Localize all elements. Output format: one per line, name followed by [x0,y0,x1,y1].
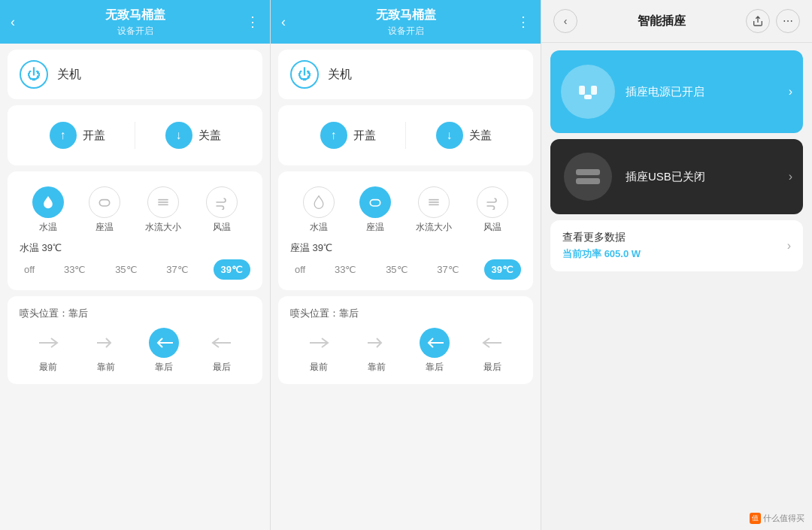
svg-rect-18 [584,95,592,99]
panel1-mode-wind[interactable]: 风温 [206,186,238,234]
panel1-menu-icon[interactable]: ⋮ [246,14,259,30]
panel3-data-value: 当前功率 605.0 W [562,247,641,261]
outlet-icon-circle [561,65,615,119]
panel1-nozzle-back-icon [149,328,179,358]
panel2-header: ‹ 无致马桶盖 设备开启 ⋮ [271,0,541,44]
panel2-wind-label: 风温 [483,221,501,234]
panel3-title: 智能插座 [577,14,746,29]
panel2-temp-section-label: 座温 39℃ [290,241,521,255]
panel1-seat-icon [89,186,120,218]
panel1-power-label: 关机 [57,67,81,83]
panel-3: ‹ 智能插座 ⋯ [541,0,812,530]
panel1-nozzle-back-most[interactable]: 最后 [207,328,237,374]
panel2-flow-icon [418,186,450,218]
panel2-lid-open-btn[interactable]: ↑ 开盖 [290,116,405,155]
panel1-nozzle-back-label: 靠后 [155,361,173,374]
panel1-nozzle-back[interactable]: 靠后 [149,328,179,374]
panel3-power-card[interactable]: 插座电源已开启 › [550,50,803,133]
panel1-lid-card: ↑ 开盖 ↓ 关盖 [8,105,262,165]
panel1-temp-35[interactable]: 35℃ [111,261,141,278]
panel2-wind-icon [477,186,508,218]
panel1-wind-label: 风温 [213,221,231,234]
panel2-nozzle-front-most-label: 最前 [310,361,328,374]
panel2-power-label: 关机 [328,67,352,83]
panel1-mode-water-temp[interactable]: 水温 [32,186,64,234]
panel2-temp-33[interactable]: 33℃ [330,261,361,278]
panel2-nozzle-back-most[interactable]: 最后 [477,328,508,374]
panel1-temp-off[interactable]: off [20,261,39,278]
panel2-subtitle: 设备开启 [271,25,541,38]
panel1-lid-close-btn[interactable]: ↓ 关盖 [135,116,250,155]
panel1-nozzle-label: 喷头位置：靠后 [20,307,250,320]
panel2-flow-label: 水流大小 [416,221,452,234]
panel2-power-icon[interactable]: ⏻ [290,60,319,89]
panel3-bottom: 值 什么值得买 [541,277,812,530]
panel3-data-left: 查看更多数据 当前功率 605.0 W [562,231,641,261]
panel1-wind-icon [206,186,238,218]
panel2-temp-39[interactable]: 39℃ [484,259,521,280]
panel3-header: ‹ 智能插座 ⋯ [541,0,812,43]
panel3-back-icon[interactable]: ‹ [553,9,577,33]
panel1-lid-row: ↑ 开盖 ↓ 关盖 [20,116,250,155]
app-container: ‹ 无致马桶盖 设备开启 ⋮ ⏻ 关机 ↑ 开盖 [0,0,812,530]
panel2-lid-card: ↑ 开盖 ↓ 关盖 [278,105,533,165]
panel2-nozzle-label: 喷头位置：靠后 [290,307,521,320]
panel2-mode-flow[interactable]: 水流大小 [416,186,452,234]
panel1-flow-label: 水流大小 [145,221,181,234]
panel2-temp-35[interactable]: 35℃ [381,261,412,278]
panel1-nozzle-front-most-icon [33,328,63,358]
panel1-nozzle-front-most-label: 最前 [39,361,57,374]
panel2-lid-close-label: 关盖 [469,129,492,143]
panel2-nozzle-back-label: 靠后 [426,361,444,374]
panel1-nozzle-back-most-icon [207,328,237,358]
panel1-nozzle-front[interactable]: 靠前 [91,328,121,374]
panel2-seat-label: 座温 [366,221,384,234]
panel2-temp-37[interactable]: 37℃ [432,261,463,278]
panel2-water-icon [303,186,335,218]
panel2-nozzle-front-most-icon [304,328,334,358]
panel3-data-card[interactable]: 查看更多数据 当前功率 605.0 W › [550,220,803,271]
panel2-lid-close-btn[interactable]: ↓ 关盖 [406,116,521,155]
panel1-temp-39[interactable]: 39℃ [214,259,250,280]
panel1-lid-open-icon: ↑ [50,122,77,149]
panel2-seat-icon [359,186,391,218]
panel2-nozzle-front-icon [362,328,392,358]
panel2-mode-wind[interactable]: 风温 [477,186,508,234]
panel1-nozzle-front-icon [91,328,121,358]
panel2-lid-row: ↑ 开盖 ↓ 关盖 [290,116,521,155]
panel2-menu-icon[interactable]: ⋮ [517,14,530,30]
panel2-nozzle-back[interactable]: 靠后 [420,328,450,374]
panel2-temp-off[interactable]: off [290,261,310,278]
panel2-nozzle-front[interactable]: 靠前 [362,328,392,374]
watermark-logo: 值 [750,513,761,524]
usb-bar-2 [576,178,600,184]
panel1-temp-33[interactable]: 33℃ [59,261,90,278]
panel2-nozzle-front-most[interactable]: 最前 [304,328,334,374]
panel3-menu-icon[interactable]: ⋯ [776,9,800,33]
panel1-power-icon[interactable]: ⏻ [20,60,48,89]
panel-2: ‹ 无致马桶盖 设备开启 ⋮ ⏻ 关机 ↑ 开盖 [271,0,541,530]
panel2-mode-seat-temp[interactable]: 座温 [359,186,391,234]
panel1-mode-flow[interactable]: 水流大小 [145,186,181,234]
panel2-power-row: ⏻ 关机 [290,60,521,89]
panel1-lid-close-icon: ↓ [165,122,192,149]
panel3-power-value: 605.0 [604,248,629,259]
panel3-usb-card[interactable]: 插座USB已关闭 › [550,139,803,214]
panel1-nozzle-front-most[interactable]: 最前 [33,328,63,374]
panel1-temp-37[interactable]: 37℃ [162,261,192,278]
panel2-water-label: 水温 [310,221,328,234]
usb-icon-circle [564,153,612,201]
panel2-nozzle-back-icon [420,328,450,358]
panel1-lid-open-btn[interactable]: ↑ 开盖 [20,116,135,155]
panel1-nozzle-card: 喷头位置：靠后 最前 靠前 [8,296,262,384]
panel3-data-title: 查看更多数据 [562,231,641,244]
panel3-share-icon[interactable] [746,9,770,33]
panel2-mode-water-temp[interactable]: 水温 [303,186,335,234]
panel2-lid-open-icon: ↑ [320,122,347,149]
panel1-mode-seat-temp[interactable]: 座温 [89,186,120,234]
watermark: 值 什么值得买 [750,513,804,524]
panel2-nozzle-front-label: 靠前 [368,361,386,374]
panel2-lid-open-label: 开盖 [353,129,376,143]
panel1-lid-close-label: 关盖 [198,129,221,143]
panel1-flow-icon [147,186,179,218]
